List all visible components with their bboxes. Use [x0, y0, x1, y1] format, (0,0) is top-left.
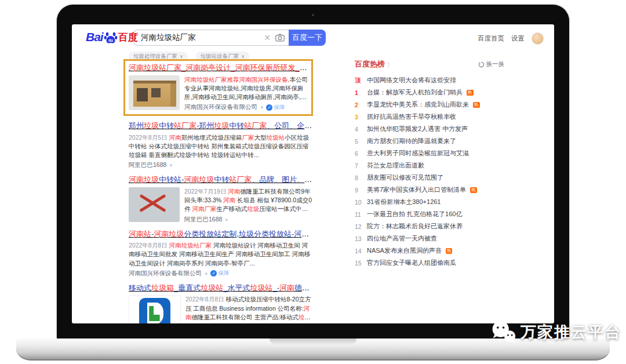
hot-rank: 11 — [355, 211, 363, 218]
result-thumbnail[interactable] — [129, 187, 180, 222]
hot-badge-icon: 热 — [470, 187, 477, 193]
hot-list-item[interactable]: 9 美将7家中国实体列入出口管制清单 热 — [355, 184, 504, 196]
feedback-icon[interactable]: ● — [260, 104, 263, 110]
clear-icon[interactable]: ✕ — [260, 33, 275, 42]
hot-label: 加州仇华犯罪频发2人遇害 中方发声 — [367, 125, 468, 133]
nav-settings[interactable]: 设置 — [511, 34, 525, 43]
hot-list-item[interactable]: 13 四位地产高管一天内被查 — [355, 232, 504, 245]
hot-list-item[interactable]: 1 台媒：解放军无人机拍到金门哨兵 热 — [355, 86, 504, 99]
result-title-link[interactable]: 河南垃圾中转站-河南垃圾中转站厂家、品牌、图片、热帖-阿... — [129, 174, 313, 185]
hot-label: 朋友圈可以修改可见范围了 — [367, 173, 443, 182]
feedback-icon[interactable]: ● — [225, 217, 228, 223]
chevron-down-icon: ∨ — [241, 54, 245, 59]
shield-check-icon: ✓ — [266, 104, 272, 111]
laptop-lid-notch — [270, 338, 356, 345]
hot-list-item[interactable]: 5 南方朋友们期待的降温就要来了 — [355, 135, 504, 147]
hot-list-item[interactable]: 6 意大利男子同时感染猴痘新冠与艾滋 — [355, 147, 504, 159]
hot-rank: 顶 — [355, 77, 363, 85]
hot-list-item[interactable]: 顶 中国网络文明大会将有这些安排 — [355, 74, 504, 86]
result-source[interactable]: 河南国兴环保设备有限公司 — [129, 270, 202, 278]
search-result: 移动式垃圾箱_垂直式垃圾站_水平式垃圾站_-河南德隆重工科... 2022年8月… — [129, 283, 313, 323]
results-list: 河南垃圾站厂家_河南岗亭设计_河南环保厕所研发_河南垃圾... 河南垃圾站厂家推… — [129, 59, 313, 323]
hot-badge-icon: 热 — [473, 102, 480, 108]
hot-label: 南方朋友们期待的降温就要来了 — [367, 137, 456, 145]
result-snippet: 河南垃圾站厂家推荐河南国兴环保设备,本公司专业从事河南垃圾站,河南垃圾房,河南环… — [184, 75, 308, 102]
hot-label: 中国网络文明大会将有这些安排 — [367, 76, 456, 85]
hot-rank: 7 — [355, 162, 363, 169]
header-nav: 百度首页 设置 — [478, 32, 544, 45]
feedback-icon[interactable]: ● — [169, 162, 172, 168]
result-source-row: 阿里巴巴1688 ● — [129, 161, 313, 169]
refresh-button[interactable]: 换一换 — [478, 60, 505, 68]
chevron-down-icon: ∨ — [180, 54, 183, 59]
laptop-mockup: Bai du 百度 河南垃圾站厂家 ✕ — [0, 0, 626, 364]
hot-badge-icon: 热 — [467, 90, 474, 96]
hot-list-item[interactable]: 2 李显龙忧中美关系：感觉到山雨欲来 热 — [355, 99, 504, 111]
wechat-icon — [490, 319, 517, 345]
search-bar: 河南垃圾站厂家 ✕ 百度一下 — [133, 30, 326, 46]
svg-text:du: du — [108, 38, 113, 42]
results-column: 河南垃圾站厂家_河南岗亭设计_河南环保厕所研发_河南垃圾... 河南垃圾站厂家推… — [129, 59, 313, 323]
hot-label: 意大利男子同时感染猴痘新冠与艾滋 — [367, 149, 469, 158]
result-source[interactable]: 阿里巴巴1688 — [184, 216, 222, 224]
hot-list-item[interactable]: 14 NASA发布来自黑洞的声音 热 — [355, 245, 504, 257]
hot-rank: 13 — [355, 235, 363, 242]
hot-list-item[interactable]: 4 加州仇华犯罪频发2人遇害 中方发声 — [355, 123, 504, 135]
hot-list-panel: 百度热榜 〉 换一换 顶 中国网络文明大会将有这些安排 1 台媒：解放军无人机拍… — [355, 59, 504, 269]
search-result: 河南垃圾中转站-河南垃圾中转站厂家、品牌、图片、热帖-阿... 2022年7月1… — [129, 174, 313, 223]
hot-list-item[interactable]: 12 院方：林志颖术后良好已返家休养 — [355, 220, 504, 232]
hot-rank: 6 — [355, 150, 363, 157]
result-snippet: 2022年8月5日 河南郑州地埋式垃圾压缩箱厂家大型垃圾站小区垃圾中转站 分体式… — [129, 133, 313, 160]
user-avatar[interactable] — [532, 32, 544, 45]
result-title-link[interactable]: 移动式垃圾箱_垂直式垃圾站_水平式垃圾站_-河南德隆重工科... — [129, 283, 313, 293]
hot-list-item[interactable]: 7 芬兰女总理出面道歉 — [355, 159, 504, 172]
hot-label: 官方回应女子曝老人组团偷南瓜 — [367, 259, 456, 267]
camera-icon[interactable] — [275, 32, 285, 43]
hot-rank: 12 — [355, 223, 363, 230]
feedback-icon[interactable]: ● — [205, 271, 208, 276]
hot-label: NASA发布来自黑洞的声音 — [367, 246, 442, 255]
hot-rank: 1 — [355, 89, 363, 96]
hot-list-title[interactable]: 百度热榜 — [355, 59, 385, 70]
result-source[interactable]: 阿里巴巴1688 — [129, 161, 166, 169]
hot-label: 院方：林志颖术后良好已返家休养 — [367, 222, 463, 231]
verified-badge: ✓ 保障 — [210, 270, 229, 277]
search-result: 河南站-河南垃圾分类投放站定制,垃圾分类投放站-河南国兴... 2022年8月8… — [129, 229, 313, 278]
result-snippet: 2022年8月8日 移动式垃圾压缩中转站8-20立方压 工商信息 Busines… — [185, 295, 313, 322]
hot-list-item[interactable]: 11 一张最丑自拍 扎克伯格花了160亿 — [355, 208, 504, 220]
result-source-row: 河南国兴环保设备有限公司 ● ✓ 保障 — [184, 103, 308, 111]
hot-rank: 14 — [355, 247, 363, 254]
watermark-brand: 万家推云平台 — [521, 322, 621, 343]
hot-rank: 10 — [355, 199, 363, 206]
hot-label: 李显龙忧中美关系：感觉到山雨欲来 — [367, 100, 469, 109]
hot-label: 抓好抗高温热害干旱夺秋粮丰收 — [367, 112, 456, 121]
baidu-header: Bai du 百度 河南垃圾站厂家 ✕ — [72, 24, 554, 51]
hot-label: 31省份新增本土380+1261 — [367, 198, 441, 206]
result-thumbnail[interactable] — [129, 295, 181, 323]
hot-list-item[interactable]: 8 朋友圈可以修改可见范围了 — [355, 172, 504, 184]
hot-badge-icon: 热 — [446, 248, 453, 254]
hot-label: 美将7家中国实体列入出口管制清单 — [367, 185, 466, 194]
baidu-logo[interactable]: Bai du 百度 — [86, 30, 138, 44]
hot-label: 芬兰女总理出面道歉 — [367, 161, 424, 170]
result-source[interactable]: 河南国兴环保设备有限公司 — [184, 103, 257, 111]
watermark: 万家推云平台 — [490, 319, 621, 345]
result-title-link[interactable]: 郑州垃圾中转站厂家-郑州垃圾中转站厂家、公司、企业 - 阿... — [129, 121, 313, 131]
result-source-row: 阿里巴巴1688 ● — [184, 216, 313, 224]
baidu-paw-icon: du — [104, 30, 118, 44]
hot-list-header: 百度热榜 〉 换一换 — [355, 59, 504, 70]
hot-list-item[interactable]: 10 31省份新增本土380+1261 — [355, 196, 504, 208]
hot-list-item[interactable]: 15 官方回应女子曝老人组团偷南瓜 — [355, 257, 504, 269]
search-button[interactable]: 百度一下 — [289, 30, 326, 46]
result-title-link[interactable]: 河南站-河南垃圾分类投放站定制,垃圾分类投放站-河南国兴... — [129, 229, 313, 239]
search-input[interactable]: 河南垃圾站厂家 ✕ — [133, 30, 289, 46]
result-snippet: 2022年8月8日 河南垃圾站厂家 河南垃圾站设计 河南移动卫生间 河南移动卫生… — [129, 241, 313, 268]
hot-rank: 15 — [355, 260, 363, 267]
chevron-right-icon[interactable]: 〉 — [387, 60, 394, 69]
hot-rank: 9 — [355, 187, 363, 194]
result-title-link[interactable]: 河南垃圾站厂家_河南岗亭设计_河南环保厕所研发_河南垃圾... — [129, 63, 308, 73]
webcam-icon — [312, 14, 314, 16]
hot-list-item[interactable]: 3 抓好抗高温热害干旱夺秋粮丰收 — [355, 111, 504, 123]
result-thumbnail[interactable] — [129, 75, 180, 110]
nav-baidu-home[interactable]: 百度首页 — [478, 34, 504, 43]
